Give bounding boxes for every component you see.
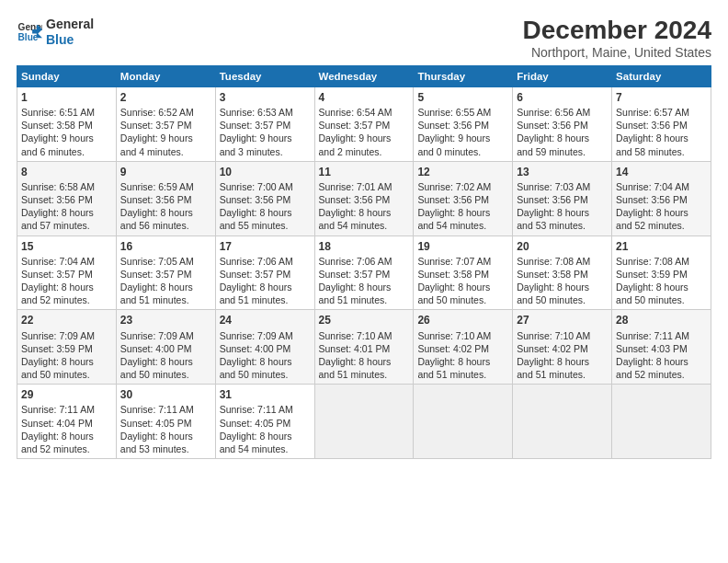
cell-line: and 51 minutes. [120,293,211,306]
cell-line: Sunrise: 7:11 AM [120,403,211,416]
day-number: 15 [21,239,112,254]
calendar-cell [314,385,414,459]
calendar-cell: 13Sunrise: 7:03 AMSunset: 3:56 PMDayligh… [513,161,612,236]
cell-line: Daylight: 8 hours [616,355,707,368]
cell-line: Daylight: 8 hours [220,206,311,219]
cell-line: Sunset: 3:59 PM [616,268,707,281]
cell-line: Sunrise: 7:11 AM [220,403,311,416]
cell-line: Daylight: 8 hours [517,281,608,293]
cell-line: Daylight: 9 hours [120,132,211,144]
calendar-cell: 16Sunrise: 7:05 AMSunset: 3:57 PMDayligh… [116,236,215,310]
cell-line: Sunrise: 7:00 AM [220,180,311,193]
cell-line: Sunset: 4:05 PM [220,417,311,430]
subtitle: Northport, Maine, United States [523,45,711,60]
day-number: 20 [517,239,608,254]
cell-line: and 6 minutes. [21,145,112,158]
cell-line: Sunrise: 7:10 AM [319,329,410,342]
cell-line: and 59 minutes. [517,145,608,158]
cell-line: Sunset: 3:56 PM [120,193,211,206]
cell-line: Sunrise: 7:10 AM [417,329,508,342]
calendar-header-row: SundayMondayTuesdayWednesdayThursdayFrid… [17,65,711,86]
cell-line: and 50 minutes. [517,293,608,306]
cell-line: Sunset: 3:57 PM [319,119,410,132]
cell-line: and 51 minutes. [220,293,311,306]
cell-line: Daylight: 8 hours [21,430,112,442]
cell-line: Sunset: 3:57 PM [120,119,211,132]
cell-line: Sunrise: 7:11 AM [21,403,112,416]
day-number: 22 [21,313,112,327]
day-number: 7 [616,90,707,105]
calendar-cell: 17Sunrise: 7:06 AMSunset: 3:57 PMDayligh… [215,236,314,310]
day-number: 19 [417,239,508,254]
logo: General Blue General Blue [17,17,94,48]
cell-line: Sunrise: 7:11 AM [616,329,707,342]
cell-line: and 51 minutes. [517,368,608,381]
day-header-tuesday: Tuesday [215,65,314,86]
cell-line: and 54 minutes. [220,442,311,455]
cell-line: Sunrise: 6:55 AM [417,106,508,119]
cell-line: Sunrise: 7:04 AM [21,255,112,268]
day-header-sunday: Sunday [17,65,117,86]
calendar-cell: 11Sunrise: 7:01 AMSunset: 3:56 PMDayligh… [314,161,414,236]
cell-line: Daylight: 8 hours [21,206,112,219]
day-number: 3 [220,90,311,105]
calendar-cell: 22Sunrise: 7:09 AMSunset: 3:59 PMDayligh… [17,310,117,385]
cell-line: Daylight: 8 hours [220,281,311,293]
cell-line: Sunset: 4:01 PM [319,342,410,355]
cell-line: Daylight: 8 hours [616,206,707,219]
calendar-cell: 25Sunrise: 7:10 AMSunset: 4:01 PMDayligh… [314,310,414,385]
day-number: 27 [517,313,608,327]
cell-line: Sunset: 4:02 PM [517,342,608,355]
cell-line: Sunset: 4:00 PM [220,342,311,355]
cell-line: Sunset: 3:57 PM [21,268,112,281]
logo-text: General Blue [46,17,94,48]
cell-line: Daylight: 8 hours [21,281,112,293]
cell-line: Daylight: 8 hours [21,355,112,368]
calendar-cell [513,385,612,459]
day-number: 18 [319,239,410,254]
cell-line: Daylight: 9 hours [417,132,508,144]
day-number: 31 [220,387,311,402]
cell-line: Sunrise: 7:03 AM [517,180,608,193]
main-title: December 2024 [523,17,711,45]
cell-line: and 55 minutes. [220,219,311,232]
cell-line: and 50 minutes. [417,293,508,306]
cell-line: Sunset: 4:00 PM [120,342,211,355]
day-number: 14 [616,165,707,179]
cell-line: Daylight: 8 hours [417,355,508,368]
cell-line: Sunrise: 7:09 AM [120,329,211,342]
day-number: 16 [120,239,211,254]
cell-line: and 50 minutes. [220,368,311,381]
cell-line: Daylight: 8 hours [319,206,410,219]
cell-line: Sunset: 3:56 PM [21,193,112,206]
calendar-cell: 2Sunrise: 6:52 AMSunset: 3:57 PMDaylight… [116,86,215,161]
calendar-cell: 14Sunrise: 7:04 AMSunset: 3:56 PMDayligh… [612,161,711,236]
cell-line: Daylight: 8 hours [120,206,211,219]
cell-line: Daylight: 8 hours [319,355,410,368]
cell-line: and 50 minutes. [616,293,707,306]
day-number: 10 [220,165,311,179]
calendar-cell: 30Sunrise: 7:11 AMSunset: 4:05 PMDayligh… [116,385,215,459]
cell-line: and 51 minutes. [417,368,508,381]
cell-line: Sunrise: 7:01 AM [319,180,410,193]
cell-line: Daylight: 8 hours [319,281,410,293]
calendar-cell: 6Sunrise: 6:56 AMSunset: 3:56 PMDaylight… [513,86,612,161]
cell-line: Sunset: 3:58 PM [517,268,608,281]
cell-line: Sunset: 3:58 PM [417,268,508,281]
cell-line: Sunset: 4:03 PM [616,342,707,355]
calendar-cell: 27Sunrise: 7:10 AMSunset: 4:02 PMDayligh… [513,310,612,385]
cell-line: Sunrise: 6:57 AM [616,106,707,119]
cell-line: and 51 minutes. [319,368,410,381]
calendar-cell: 12Sunrise: 7:02 AMSunset: 3:56 PMDayligh… [414,161,513,236]
day-number: 25 [319,313,410,327]
cell-line: Daylight: 9 hours [220,132,311,144]
cell-line: Sunrise: 7:07 AM [417,255,508,268]
calendar-cell: 3Sunrise: 6:53 AMSunset: 3:57 PMDaylight… [215,86,314,161]
calendar-cell: 4Sunrise: 6:54 AMSunset: 3:57 PMDaylight… [314,86,414,161]
week-row-1: 1Sunrise: 6:51 AMSunset: 3:58 PMDaylight… [17,86,711,161]
cell-line: Sunset: 3:56 PM [220,193,311,206]
calendar-cell: 10Sunrise: 7:00 AMSunset: 3:56 PMDayligh… [215,161,314,236]
calendar-cell: 21Sunrise: 7:08 AMSunset: 3:59 PMDayligh… [612,236,711,310]
cell-line: and 54 minutes. [417,219,508,232]
day-header-thursday: Thursday [414,65,513,86]
